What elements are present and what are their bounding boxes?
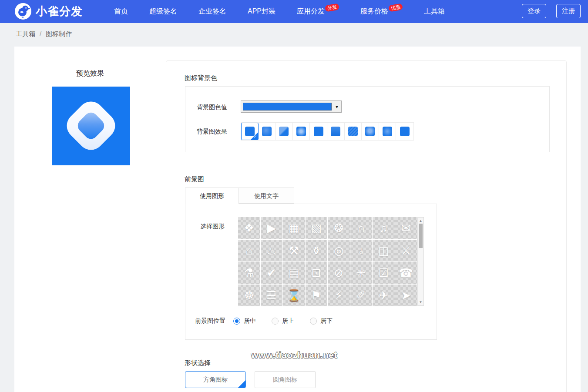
bg-color-select[interactable]: ▼	[241, 101, 342, 113]
brand-name: 小雀分发	[36, 4, 83, 19]
storefront-icon[interactable]: ⌂	[238, 240, 260, 262]
foreground-section-title: 前景图	[185, 175, 204, 184]
bg-color-value-label: 背景图色值	[197, 104, 227, 111]
globe-icon[interactable]: ♁	[350, 240, 373, 262]
watermark: www.tiaozhuan.net	[251, 350, 337, 360]
palette-icon[interactable]: ❂	[328, 217, 350, 239]
icon-grid: ❖ ▶ ▦ ▧ ❂	[238, 217, 417, 306]
nav-item-pricing[interactable]: 服务价格优惠	[360, 7, 403, 16]
bg-effect-stripes[interactable]	[345, 123, 362, 140]
flag-icon[interactable]: ⚑	[306, 285, 328, 307]
breadcrumb-toolbox-link[interactable]: 工具箱	[16, 30, 35, 38]
bg-effect-strip	[241, 122, 414, 141]
bg-effect-solid-3[interactable]	[396, 123, 413, 140]
nav-item-app-distribution[interactable]: 应用分发分发	[297, 7, 339, 16]
bg-color-section-title: 图标背景色	[185, 74, 217, 82]
cart-icon[interactable]: ⚒	[283, 240, 305, 262]
tote-bag-icon[interactable]: ✉	[395, 217, 417, 239]
film-icon[interactable]: ▦	[283, 217, 305, 239]
main-card: 预览效果 图标背景色 背景图色值 ▼ 背景图效果	[14, 47, 581, 392]
nav-item-app-package[interactable]: APP封装	[248, 7, 276, 16]
blimp-icon[interactable]: ➤	[395, 285, 417, 307]
scroll-down-icon[interactable]: ▼	[418, 300, 423, 304]
radio-icon	[310, 318, 317, 325]
select-graphic-label: 选择图形	[200, 223, 225, 231]
foreground-tabs: 使用图形 使用文字	[185, 188, 294, 204]
market-stall-icon[interactable]: ♨	[261, 240, 283, 262]
bg-effect-vgradient[interactable]	[327, 123, 345, 140]
breadcrumb-separator: /	[40, 30, 41, 38]
tab-use-graphic[interactable]: 使用图形	[185, 188, 239, 204]
radio-center[interactable]: 居中	[233, 317, 256, 325]
nav-item-home[interactable]: 首页	[114, 7, 128, 16]
preview-title: 预览效果	[14, 69, 166, 78]
bg-effect-radial[interactable]	[259, 123, 276, 140]
bg-effect-glow[interactable]	[293, 123, 310, 140]
handbag-icon[interactable]: ⚱	[306, 240, 328, 262]
bg-effect-solid-1[interactable]	[241, 123, 259, 140]
rocket-icon[interactable]: ✈	[373, 285, 395, 307]
bg-effect-star[interactable]	[362, 123, 379, 140]
music-icon[interactable]: ♫	[373, 217, 395, 239]
navbar: 小雀分发 首页 超级签名 企业签名 APP封装 应用分发分发 服务价格	[0, 0, 588, 23]
play-icon[interactable]: ▶	[261, 217, 283, 239]
selected-color-swatch	[243, 103, 332, 111]
checkbox-icon[interactable]: ☑	[373, 262, 395, 284]
dropdown-arrow-icon: ▼	[333, 104, 341, 109]
promo-badge: 分发	[325, 3, 339, 12]
aperture-icon[interactable]: ✳	[350, 262, 373, 284]
radio-icon	[272, 318, 279, 325]
fg-position-label: 前景图位置	[195, 317, 225, 325]
diamond-logo-icon[interactable]: ❖	[238, 217, 260, 239]
breadcrumb: 工具箱 / 图标制作	[16, 30, 72, 38]
clapperboard-icon[interactable]: ▧	[306, 217, 328, 239]
square-icon-button[interactable]: 方角图标	[185, 371, 246, 388]
focus-frame-icon[interactable]: ⊡	[306, 262, 328, 284]
bg-effect-diamond[interactable]	[379, 123, 396, 140]
bg-color-group: 背景图色值 ▼ 背景图效果	[185, 86, 550, 152]
phone-icon[interactable]: ☎	[395, 262, 417, 284]
bg-effect-diagonal[interactable]	[276, 123, 293, 140]
radio-bottom[interactable]: 居下	[310, 317, 333, 325]
headphones-icon[interactable]: ∩	[350, 217, 373, 239]
nav-item-super-sign[interactable]: 超级签名	[149, 7, 177, 16]
radio-top[interactable]: 居上	[272, 317, 294, 325]
promo-badge: 优惠	[388, 3, 403, 12]
register-button[interactable]: 注册	[556, 4, 581, 18]
tab-use-text[interactable]: 使用文字	[239, 188, 294, 204]
compass-icon[interactable]: ⊘	[328, 262, 350, 284]
shape-options: 方角图标 圆角图标	[185, 371, 316, 388]
check-icon	[238, 380, 245, 388]
radio-icon	[233, 318, 240, 325]
magic-wand-icon[interactable]: ✐	[350, 285, 373, 307]
equalizer-icon[interactable]: ☰	[261, 285, 283, 307]
breadcrumb-current: 图标制作	[46, 30, 72, 38]
banknote-icon[interactable]: ▤	[283, 262, 305, 284]
check-icon	[251, 132, 258, 140]
bg-effect-label: 背景图效果	[197, 128, 227, 136]
fg-position-row: 前景图位置 居中 居上	[195, 317, 348, 325]
icon-grid-scrollbar[interactable]: ▲ ▼	[417, 217, 424, 306]
camera-lens-icon[interactable]: ◎	[328, 240, 350, 262]
scroll-thumb[interactable]	[419, 224, 423, 248]
brand-logo[interactable]: 小雀分发	[14, 3, 83, 20]
lightning-icon[interactable]: ⚡	[328, 285, 350, 307]
graphic-tab-panel: 选择图形 ❖ ▶ ▦ ▧	[185, 204, 437, 340]
hourglass-icon[interactable]: ⌛	[283, 285, 305, 307]
crossed-flags-icon[interactable]: ⚔	[395, 240, 417, 262]
nav-menu: 首页 超级签名 企业签名 APP封装 应用分发分发 服务价格优惠 工具箱	[114, 0, 445, 23]
helm-icon[interactable]: ☸	[238, 285, 260, 307]
cabinet-icon[interactable]: ◫	[373, 240, 395, 262]
scroll-up-icon[interactable]: ▲	[418, 219, 423, 223]
shape-section-title: 形状选择	[185, 359, 211, 367]
bird-icon	[14, 3, 32, 20]
bg-effect-solid-2[interactable]	[310, 123, 327, 140]
rounded-icon-button[interactable]: 圆角图标	[255, 371, 316, 388]
app-icon-preview	[52, 87, 130, 165]
nav-item-enterprise-sign[interactable]: 企业签名	[198, 7, 226, 16]
flask-icon[interactable]: ⚗	[238, 262, 260, 284]
login-button[interactable]: 登录	[522, 4, 546, 18]
nav-item-toolbox[interactable]: 工具箱	[424, 7, 445, 16]
check-circle-icon[interactable]: ✔	[261, 262, 283, 284]
form-panel: 图标背景色 背景图色值 ▼ 背景图效果	[166, 60, 567, 392]
